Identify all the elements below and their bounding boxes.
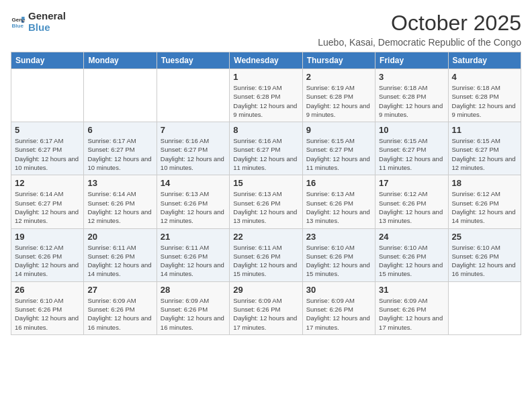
calendar-cell: 20Sunrise: 6:11 AM Sunset: 6:26 PM Dayli… (84, 228, 157, 281)
svg-marker-2 (21, 16, 24, 19)
day-info: Sunrise: 6:18 AM Sunset: 6:28 PM Dayligh… (452, 83, 517, 119)
calendar-cell: 2Sunrise: 6:19 AM Sunset: 6:28 PM Daylig… (302, 69, 375, 122)
calendar-cell: 6Sunrise: 6:17 AM Sunset: 6:27 PM Daylig… (84, 122, 157, 175)
calendar-cell (157, 69, 229, 122)
day-info: Sunrise: 6:10 AM Sunset: 6:26 PM Dayligh… (15, 296, 80, 332)
calendar-cell: 4Sunrise: 6:18 AM Sunset: 6:28 PM Daylig… (448, 69, 521, 122)
day-number: 3 (379, 72, 444, 82)
calendar-cell: 29Sunrise: 6:09 AM Sunset: 6:26 PM Dayli… (230, 281, 302, 334)
calendar-cell: 5Sunrise: 6:17 AM Sunset: 6:27 PM Daylig… (11, 122, 84, 175)
calendar-cell: 1Sunrise: 6:19 AM Sunset: 6:28 PM Daylig… (230, 69, 302, 122)
calendar-cell: 21Sunrise: 6:11 AM Sunset: 6:26 PM Dayli… (157, 228, 229, 281)
calendar-header-sunday: Sunday (11, 52, 84, 69)
calendar-cell: 11Sunrise: 6:15 AM Sunset: 6:27 PM Dayli… (448, 122, 521, 175)
day-number: 24 (379, 232, 444, 242)
day-info: Sunrise: 6:17 AM Sunset: 6:27 PM Dayligh… (87, 136, 152, 172)
day-info: Sunrise: 6:18 AM Sunset: 6:28 PM Dayligh… (379, 83, 444, 119)
title-area: October 2025 Luebo, Kasai, Democratic Re… (318, 11, 521, 48)
day-number: 20 (87, 232, 152, 242)
calendar-header-tuesday: Tuesday (157, 52, 229, 69)
day-info: Sunrise: 6:13 AM Sunset: 6:26 PM Dayligh… (233, 189, 298, 225)
calendar-header-friday: Friday (375, 52, 448, 69)
day-info: Sunrise: 6:11 AM Sunset: 6:26 PM Dayligh… (161, 243, 226, 279)
calendar-week-row: 26Sunrise: 6:10 AM Sunset: 6:26 PM Dayli… (11, 281, 521, 334)
calendar-header-monday: Monday (84, 52, 157, 69)
calendar-week-row: 1Sunrise: 6:19 AM Sunset: 6:28 PM Daylig… (11, 69, 521, 122)
calendar-cell: 13Sunrise: 6:14 AM Sunset: 6:26 PM Dayli… (84, 175, 157, 228)
day-info: Sunrise: 6:09 AM Sunset: 6:26 PM Dayligh… (87, 296, 152, 332)
day-number: 10 (379, 125, 444, 135)
calendar-header-wednesday: Wednesday (230, 52, 302, 69)
day-info: Sunrise: 6:15 AM Sunset: 6:27 PM Dayligh… (306, 136, 371, 172)
calendar-header-thursday: Thursday (302, 52, 375, 69)
day-info: Sunrise: 6:15 AM Sunset: 6:27 PM Dayligh… (452, 136, 517, 172)
day-number: 5 (15, 125, 80, 135)
calendar-cell: 23Sunrise: 6:10 AM Sunset: 6:26 PM Dayli… (302, 228, 375, 281)
calendar-cell: 24Sunrise: 6:10 AM Sunset: 6:26 PM Dayli… (375, 228, 448, 281)
day-info: Sunrise: 6:09 AM Sunset: 6:26 PM Dayligh… (306, 296, 371, 332)
day-number: 26 (15, 285, 80, 295)
day-number: 1 (233, 72, 298, 82)
day-number: 9 (306, 125, 371, 135)
day-number: 18 (452, 178, 517, 188)
day-info: Sunrise: 6:11 AM Sunset: 6:26 PM Dayligh… (233, 243, 298, 279)
day-number: 11 (452, 125, 517, 135)
day-number: 12 (15, 178, 80, 188)
day-info: Sunrise: 6:12 AM Sunset: 6:26 PM Dayligh… (379, 189, 444, 225)
day-number: 23 (306, 232, 371, 242)
day-info: Sunrise: 6:12 AM Sunset: 6:26 PM Dayligh… (452, 189, 517, 225)
day-number: 4 (452, 72, 517, 82)
day-info: Sunrise: 6:14 AM Sunset: 6:27 PM Dayligh… (15, 189, 80, 225)
day-info: Sunrise: 6:19 AM Sunset: 6:28 PM Dayligh… (306, 83, 371, 119)
day-info: Sunrise: 6:11 AM Sunset: 6:26 PM Dayligh… (87, 243, 152, 279)
day-info: Sunrise: 6:12 AM Sunset: 6:26 PM Dayligh… (15, 243, 80, 279)
day-number: 6 (87, 125, 152, 135)
header: General Blue General Blue October 2025 L… (11, 11, 521, 48)
day-info: Sunrise: 6:15 AM Sunset: 6:27 PM Dayligh… (379, 136, 444, 172)
day-info: Sunrise: 6:16 AM Sunset: 6:27 PM Dayligh… (161, 136, 226, 172)
day-number: 14 (161, 178, 226, 188)
calendar-cell: 9Sunrise: 6:15 AM Sunset: 6:27 PM Daylig… (302, 122, 375, 175)
calendar-week-row: 19Sunrise: 6:12 AM Sunset: 6:26 PM Dayli… (11, 228, 521, 281)
calendar-cell: 30Sunrise: 6:09 AM Sunset: 6:26 PM Dayli… (302, 281, 375, 334)
day-info: Sunrise: 6:14 AM Sunset: 6:26 PM Dayligh… (87, 189, 152, 225)
day-number: 17 (379, 178, 444, 188)
day-info: Sunrise: 6:16 AM Sunset: 6:27 PM Dayligh… (233, 136, 298, 172)
logo-icon: General Blue (11, 15, 26, 30)
day-info: Sunrise: 6:13 AM Sunset: 6:26 PM Dayligh… (306, 189, 371, 225)
day-number: 30 (306, 285, 371, 295)
calendar-cell: 17Sunrise: 6:12 AM Sunset: 6:26 PM Dayli… (375, 175, 448, 228)
calendar-cell: 26Sunrise: 6:10 AM Sunset: 6:26 PM Dayli… (11, 281, 84, 334)
day-info: Sunrise: 6:17 AM Sunset: 6:27 PM Dayligh… (15, 136, 80, 172)
calendar-cell: 12Sunrise: 6:14 AM Sunset: 6:27 PM Dayli… (11, 175, 84, 228)
calendar-cell: 15Sunrise: 6:13 AM Sunset: 6:26 PM Dayli… (230, 175, 302, 228)
calendar-week-row: 12Sunrise: 6:14 AM Sunset: 6:27 PM Dayli… (11, 175, 521, 228)
day-number: 27 (87, 285, 152, 295)
calendar-cell: 22Sunrise: 6:11 AM Sunset: 6:26 PM Dayli… (230, 228, 302, 281)
calendar-cell: 31Sunrise: 6:09 AM Sunset: 6:26 PM Dayli… (375, 281, 448, 334)
day-number: 28 (161, 285, 226, 295)
calendar-week-row: 5Sunrise: 6:17 AM Sunset: 6:27 PM Daylig… (11, 122, 521, 175)
day-number: 16 (306, 178, 371, 188)
day-info: Sunrise: 6:09 AM Sunset: 6:26 PM Dayligh… (233, 296, 298, 332)
day-info: Sunrise: 6:10 AM Sunset: 6:26 PM Dayligh… (379, 243, 444, 279)
day-info: Sunrise: 6:13 AM Sunset: 6:26 PM Dayligh… (161, 189, 226, 225)
calendar-cell: 28Sunrise: 6:09 AM Sunset: 6:26 PM Dayli… (157, 281, 229, 334)
calendar-cell (11, 69, 84, 122)
calendar-cell: 14Sunrise: 6:13 AM Sunset: 6:26 PM Dayli… (157, 175, 229, 228)
day-info: Sunrise: 6:19 AM Sunset: 6:28 PM Dayligh… (233, 83, 298, 119)
day-number: 31 (379, 285, 444, 295)
day-number: 13 (87, 178, 152, 188)
logo: General Blue General Blue (11, 11, 66, 33)
location-subtitle: Luebo, Kasai, Democratic Republic of the… (318, 37, 521, 48)
calendar-cell: 10Sunrise: 6:15 AM Sunset: 6:27 PM Dayli… (375, 122, 448, 175)
day-info: Sunrise: 6:10 AM Sunset: 6:26 PM Dayligh… (306, 243, 371, 279)
calendar-header-saturday: Saturday (448, 52, 521, 69)
day-number: 19 (15, 232, 80, 242)
day-info: Sunrise: 6:10 AM Sunset: 6:26 PM Dayligh… (452, 243, 517, 279)
day-number: 7 (161, 125, 226, 135)
calendar-cell (84, 69, 157, 122)
logo-general-text: General (28, 11, 66, 22)
month-title: October 2025 (318, 11, 521, 36)
calendar-cell: 27Sunrise: 6:09 AM Sunset: 6:26 PM Dayli… (84, 281, 157, 334)
